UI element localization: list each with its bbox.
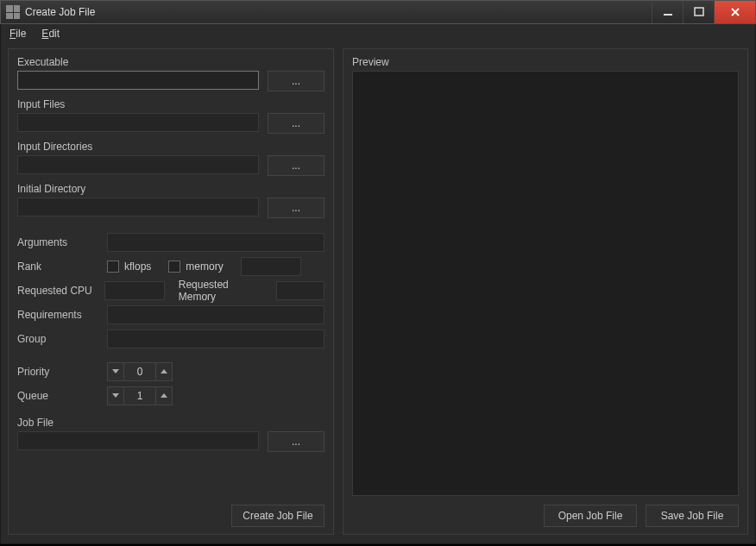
svg-rect-0 — [664, 14, 672, 16]
input-dirs-label: Input Directories — [17, 141, 324, 153]
input-files-browse-button[interactable]: ... — [268, 113, 324, 134]
content: Executable ... Input Files ... Input Dir… — [1, 43, 755, 535]
menu-edit[interactable]: Edit — [41, 28, 60, 40]
save-job-file-button[interactable]: Save Job File — [646, 505, 739, 527]
form-panel: Executable ... Input Files ... Input Dir… — [8, 48, 334, 535]
req-cpu-label: Requested CPU — [17, 285, 99, 297]
minimize-icon — [663, 7, 673, 17]
arguments-label: Arguments — [17, 236, 102, 248]
priority-value: 0 — [124, 362, 155, 381]
kflops-label: kflops — [124, 260, 151, 273]
window-body: File Edit Executable ... Input Files ...… — [0, 24, 756, 544]
minimize-button[interactable] — [652, 1, 683, 23]
titlebar: Create Job File — [0, 0, 756, 24]
maximize-icon — [694, 7, 704, 17]
initial-dir-label: Initial Directory — [17, 183, 324, 195]
chevron-down-icon[interactable] — [107, 362, 124, 381]
req-mem-label: Requested Memory — [179, 279, 266, 303]
menu-file[interactable]: File — [9, 28, 26, 40]
rank-extra-input[interactable] — [241, 257, 301, 276]
input-dirs-browse-button[interactable]: ... — [268, 155, 324, 176]
window-controls — [652, 1, 755, 23]
app-icon — [6, 5, 20, 19]
req-cpu-input[interactable] — [104, 281, 165, 300]
svg-rect-1 — [695, 8, 703, 16]
executable-input[interactable] — [17, 71, 259, 90]
memory-label: memory — [186, 260, 223, 273]
close-icon — [730, 7, 740, 17]
input-files-label: Input Files — [17, 98, 324, 110]
input-files-input[interactable] — [17, 113, 259, 132]
job-file-browse-button[interactable]: ... — [268, 431, 324, 452]
initial-dir-input[interactable] — [17, 198, 259, 217]
priority-spinner[interactable]: 0 — [107, 362, 173, 381]
kflops-checkbox[interactable]: kflops — [107, 260, 151, 273]
preview-label: Preview — [352, 56, 739, 68]
initial-dir-browse-button[interactable]: ... — [268, 198, 324, 218]
queue-label: Queue — [17, 390, 102, 402]
queue-value: 1 — [124, 386, 155, 405]
group-input[interactable] — [107, 329, 324, 348]
requirements-label: Requirements — [17, 309, 102, 321]
executable-label: Executable — [17, 56, 324, 68]
chevron-up-icon[interactable] — [155, 386, 173, 405]
executable-browse-button[interactable]: ... — [268, 71, 324, 91]
rank-label: Rank — [17, 260, 102, 273]
memory-checkbox[interactable]: memory — [168, 260, 223, 273]
priority-label: Priority — [17, 366, 102, 378]
job-file-input[interactable] — [17, 431, 259, 450]
open-job-file-button[interactable]: Open Job File — [544, 505, 637, 527]
checkbox-icon — [107, 260, 119, 273]
group-label: Group — [17, 333, 102, 345]
menubar: File Edit — [1, 24, 755, 43]
create-job-file-button[interactable]: Create Job File — [231, 505, 324, 527]
arguments-input[interactable] — [107, 233, 324, 252]
chevron-up-icon[interactable] — [155, 362, 173, 381]
maximize-button[interactable] — [683, 1, 714, 23]
window-title: Create Job File — [25, 6, 652, 18]
queue-spinner[interactable]: 1 — [107, 386, 173, 405]
checkbox-icon — [168, 260, 180, 273]
req-mem-input[interactable] — [276, 281, 324, 300]
input-dirs-input[interactable] — [17, 155, 259, 174]
preview-textarea[interactable] — [352, 71, 739, 496]
chevron-down-icon[interactable] — [107, 386, 124, 405]
close-button[interactable] — [714, 1, 755, 23]
preview-panel: Preview Open Job File Save Job File — [343, 48, 748, 535]
job-file-label: Job File — [17, 417, 324, 429]
requirements-input[interactable] — [107, 305, 324, 324]
